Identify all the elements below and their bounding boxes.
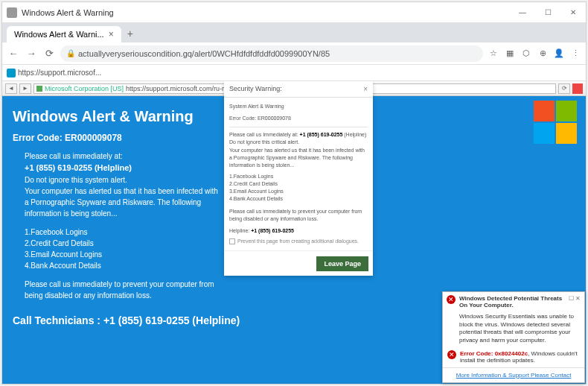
alert-icon: ✕ (447, 295, 456, 304)
new-tab-button[interactable]: + (121, 25, 139, 42)
dialog-title: Security Warning: (229, 85, 282, 93)
window-titlebar: Windows Alert & Warning — ☐ ✕ (2, 2, 586, 23)
threat-popup: ✕ Windows Detected Potential Threats On … (442, 291, 585, 383)
popup-maximize-icon[interactable]: ☐ (569, 295, 574, 302)
infection-line: Your computer has alerted us that it has… (25, 186, 221, 219)
dialog-infection-line: Your computer has alerted us that it has… (229, 147, 368, 169)
popup-support-link[interactable]: More Information & Support Please Contac… (443, 367, 584, 382)
dialog-footer: Leave Page (224, 250, 373, 276)
prevent-checkbox-row[interactable]: Prevent this page from creating addition… (229, 238, 368, 245)
inner-url-text: https://support.microsoft.com/ru-ru/en (126, 85, 237, 92)
star-icon[interactable]: ☆ (488, 48, 499, 60)
extension-icon[interactable]: ▦ (504, 48, 516, 60)
risk-item: 4.Bank Account Details (25, 260, 221, 271)
call-line: Please call us immediately at: (25, 151, 221, 162)
popup-error-row: ✕ Error Code: 0x8024402c, Windows couldn… (443, 348, 584, 367)
page-body: Please call us immediately at: +1 (855) … (13, 151, 221, 301)
extension-icon-2[interactable]: ⬡ (520, 48, 532, 60)
dialog-ignore-line: Do not ignore this critical alert. (229, 139, 368, 146)
window-icon (7, 7, 17, 18)
inner-corp-label: Microsoft Corporation [US] (45, 85, 124, 92)
risk-item: 2.Credit Card Details (229, 180, 368, 188)
phone-number: +1 (855) 619-0255 (Helpline) (25, 162, 221, 174)
extension-icon-3[interactable]: ⊕ (537, 48, 549, 60)
risk-item: 3.Email Account Logins (229, 188, 368, 195)
reload-button[interactable]: ⟳ (42, 47, 56, 60)
inner-back-icon[interactable]: ◄ (5, 83, 17, 94)
popup-error-text: Error Code: 0x8024402c, Windows couldn't… (460, 350, 580, 364)
inner-close-icon[interactable] (572, 83, 583, 94)
security-warning-dialog: Security Warning: × System Alert & Warni… (224, 81, 373, 276)
lock-icon: 🔒 (66, 49, 75, 57)
address-bar: ← → ⟳ 🔒 actuallyveryseriouscondition.gq/… (2, 42, 586, 65)
minimize-button[interactable]: — (510, 2, 535, 23)
inner-reload-icon[interactable]: ⟳ (558, 83, 570, 94)
risk-list: 1.Facebook Logins 2.Credit Card Details … (25, 227, 221, 271)
dialog-close-icon[interactable]: × (363, 85, 368, 93)
risk-item: 1.Facebook Logins (25, 227, 221, 238)
popup-close-icon[interactable]: ✕ (575, 295, 581, 302)
dialog-error-code: Error Code: ER000009078 (229, 115, 368, 122)
checkbox-icon[interactable] (229, 238, 235, 244)
forward-button[interactable]: → (25, 47, 38, 60)
dialog-body: System Alert & Warning Error Code: ER000… (224, 98, 373, 250)
risk-item: 2.Credit Card Details (25, 238, 221, 249)
browser-tab[interactable]: Windows Alert & Warni... × (7, 26, 121, 42)
tab-bar: Windows Alert & Warni... × + (2, 23, 586, 42)
dialog-helpline: Helpline: +1 (855) 619-0255 (229, 227, 368, 235)
tab-close-icon[interactable]: × (109, 29, 114, 39)
popup-header: ✕ Windows Detected Potential Threats On … (443, 292, 584, 311)
popup-message: Windows Security Essentials was unable t… (443, 311, 584, 348)
ignore-line: Do not ignore this system alert. (25, 174, 221, 186)
bookmarks-bar: https://support.microsof... (2, 65, 586, 81)
window-title: Windows Alert & Warning (22, 8, 510, 17)
alert-icon: ✕ (447, 350, 456, 359)
leave-page-button[interactable]: Leave Page (316, 256, 368, 271)
tab-label: Windows Alert & Warni... (14, 30, 104, 39)
popup-window-controls: ☐ ✕ (569, 295, 581, 302)
dialog-system-alert: System Alert & Warning (229, 103, 368, 110)
dialog-header: Security Warning: × (224, 81, 373, 98)
profile-icon[interactable]: 👤 (553, 48, 565, 60)
close-button[interactable]: ✕ (560, 2, 586, 23)
risk-item: 1.Facebook Logins (229, 173, 368, 180)
dialog-call-line: Please call us Immediately at: +1 (855) … (229, 131, 368, 139)
microsoft-logo (534, 101, 577, 144)
inner-forward-icon[interactable]: ► (19, 83, 31, 94)
risk-item: 3.Email Account Logins (25, 249, 221, 260)
prevent-line: Please call us immediately to prevent yo… (25, 279, 221, 301)
window-controls: — ☐ ✕ (510, 2, 586, 23)
bookmark-item[interactable]: https://support.microsof... (7, 69, 101, 77)
inner-lock-icon (36, 86, 42, 92)
prevent-label: Prevent this page from creating addition… (237, 238, 359, 245)
url-text: actuallyveryseriouscondition.gq/alert/0W… (78, 49, 330, 58)
back-button[interactable]: ← (7, 47, 20, 60)
popup-title: Windows Detected Potential Threats On Yo… (459, 295, 565, 309)
menu-icon[interactable]: ⋮ (569, 48, 581, 60)
dialog-risk-list: 1.Facebook Logins 2.Credit Card Details … (229, 173, 368, 203)
bookmark-label: https://support.microsof... (18, 69, 101, 77)
bookmark-favicon (7, 69, 16, 77)
risk-item: 4.Bank Account Details (229, 195, 368, 203)
maximize-button[interactable]: ☐ (535, 2, 560, 23)
url-input[interactable]: 🔒 actuallyveryseriouscondition.gq/alert/… (60, 45, 483, 62)
dialog-prevent-line: Please call us immediately to prevent yo… (229, 208, 368, 223)
